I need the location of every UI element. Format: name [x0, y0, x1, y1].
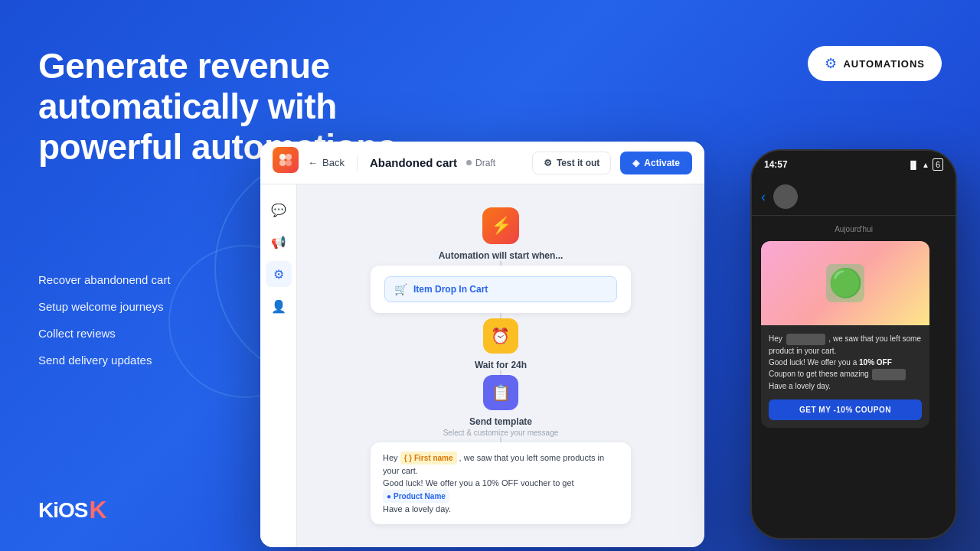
- product-tag-label: Product Name: [394, 491, 446, 502]
- test-button[interactable]: ⚙ Test it out: [532, 152, 611, 174]
- app-window: ← Back Abandoned cart Draft ⚙ Test it ou…: [260, 142, 704, 547]
- connector-4: [500, 437, 501, 442]
- trigger-card[interactable]: 🛒 Item Drop In Cart: [371, 266, 631, 313]
- phone-mockup: 14:57 ▐▌ ▲ 6 ‹ Aujourd'hui 🟢: [750, 149, 957, 540]
- back-label: Back: [322, 157, 345, 168]
- phone-chat-header: ‹: [752, 178, 956, 216]
- logo-x: K: [89, 496, 106, 524]
- phone-msg-part4: Have a lovely day.: [769, 382, 831, 390]
- activate-icon: ◈: [632, 158, 639, 168]
- svg-point-2: [279, 160, 286, 166]
- test-label: Test it out: [557, 158, 599, 168]
- svg-rect-4: [826, 264, 864, 302]
- window-topbar: ← Back Abandoned cart Draft ⚙ Test it ou…: [260, 142, 704, 184]
- first-name-tag: { } First name: [400, 452, 457, 465]
- message-text: Hey { } First name , we saw that you lef…: [383, 452, 619, 516]
- decorative-icon: [822, 260, 868, 306]
- wait-label: Wait for 24h: [475, 360, 527, 370]
- battery-icon: 6: [933, 158, 943, 171]
- svg-point-1: [286, 154, 292, 160]
- product-dot: ●: [387, 491, 391, 502]
- draft-dot: [466, 160, 472, 165]
- phone-contact-avatar: [773, 184, 798, 209]
- phone-msg-part3: Coupon to get these amazing: [769, 370, 871, 378]
- automations-badge[interactable]: ⚙ AUTOMATIONS: [808, 46, 942, 81]
- automations-icon: ⚙: [825, 55, 837, 72]
- kiosk-logo: KiOSK: [38, 496, 106, 524]
- feature-list: Recover abandonend cart Setup welcome jo…: [38, 272, 171, 379]
- wait-node: ⏰ Wait for 24h: [475, 318, 527, 370]
- trigger-node: ⚡ Automation will start when...: [371, 207, 631, 261]
- trigger-item-label: Item Drop In Cart: [413, 284, 488, 295]
- logo-svg: [277, 152, 294, 168]
- wifi-icon: ▲: [922, 161, 929, 169]
- phone-msg-part2: Good luck! We offer you a: [769, 358, 859, 367]
- product-name-tag: ● Product Name: [383, 490, 449, 503]
- back-arrow-icon: ←: [308, 157, 318, 168]
- cart-icon: 🛒: [394, 283, 407, 295]
- svg-point-0: [279, 154, 286, 160]
- automations-label: AUTOMATIONS: [843, 58, 925, 70]
- sidebar-bell-icon[interactable]: 📢: [266, 229, 292, 255]
- phone-cta-button[interactable]: GET MY -10% COUPON: [769, 399, 922, 420]
- sidebar-user-icon[interactable]: 👤: [266, 293, 292, 319]
- test-icon: ⚙: [544, 158, 552, 168]
- msg-hey: Hey: [383, 453, 398, 462]
- window-body: 💬 📢 ⚙ 👤 ⚡ Automation will start when... …: [260, 184, 704, 547]
- phone-message-text: Hey , we saw that you left some product …: [761, 325, 929, 395]
- draft-label: Draft: [475, 158, 495, 168]
- send-icon: 📋: [483, 375, 518, 410]
- topbar-divider: [357, 155, 358, 171]
- window-sidebar: 💬 📢 ⚙ 👤: [260, 184, 297, 547]
- phone-chat-body: Aujourd'hui 🟢 Hey , we saw that you left…: [752, 216, 956, 538]
- phone-time: 14:57: [764, 159, 788, 170]
- phone-msg-bold: 10% OFF: [859, 358, 892, 367]
- activate-button[interactable]: ◈ Activate: [620, 152, 692, 174]
- feature-item-0: Recover abandonend cart: [38, 272, 171, 288]
- phone-back-icon: ‹: [761, 189, 766, 205]
- phone-msg-hey: Hey: [769, 334, 785, 343]
- msg-part4: Have a lovely day.: [383, 504, 451, 514]
- phone-message-card: 🟢 Hey , we saw that you left some produc…: [761, 241, 929, 428]
- flow-canvas: ⚡ Automation will start when... 🛒 Item D…: [297, 184, 704, 547]
- send-node: 📋 Send template Select & customize your …: [443, 375, 559, 437]
- logo-text: KiOS: [38, 498, 87, 523]
- phone-status-bar: 14:57 ▐▌ ▲ 6: [752, 151, 956, 178]
- workflow-title: Abandoned cart: [370, 156, 457, 169]
- draft-badge: Draft: [466, 158, 495, 168]
- back-button[interactable]: ← Back: [308, 157, 345, 168]
- send-label: Send template: [469, 416, 532, 427]
- phone-msg-product-placeholder: [872, 369, 906, 381]
- feature-item-3: Send delivery updates: [38, 352, 171, 368]
- sidebar-chat-icon[interactable]: 💬: [266, 197, 292, 223]
- phone-date-label: Aujourd'hui: [761, 225, 946, 233]
- msg-part3: Good luck! We offer you a 10% OFF vouche…: [383, 478, 574, 487]
- sidebar-automation-icon[interactable]: ⚙: [266, 261, 292, 287]
- signal-icon: ▐▌: [908, 161, 919, 169]
- activate-label: Activate: [644, 158, 680, 168]
- app-logo: [273, 147, 299, 173]
- phone-screen: ‹ Aujourd'hui 🟢 Hey , we: [752, 178, 956, 538]
- trigger-item[interactable]: 🛒 Item Drop In Cart: [384, 276, 617, 302]
- trigger-label: Automation will start when...: [439, 250, 564, 261]
- phone-message-image: 🟢: [761, 241, 929, 325]
- send-card[interactable]: Hey { } First name , we saw that you lef…: [371, 442, 631, 525]
- phone-status-icons: ▐▌ ▲ 6: [908, 158, 943, 171]
- feature-item-1: Setup welcome journeys: [38, 298, 171, 315]
- feature-item-2: Collect reviews: [38, 325, 171, 341]
- phone-msg-name-placeholder: [786, 334, 825, 346]
- trigger-icon: ⚡: [482, 207, 519, 244]
- wait-icon: ⏰: [483, 318, 518, 354]
- svg-point-3: [286, 160, 292, 166]
- send-sublabel: Select & customize your message: [443, 429, 559, 437]
